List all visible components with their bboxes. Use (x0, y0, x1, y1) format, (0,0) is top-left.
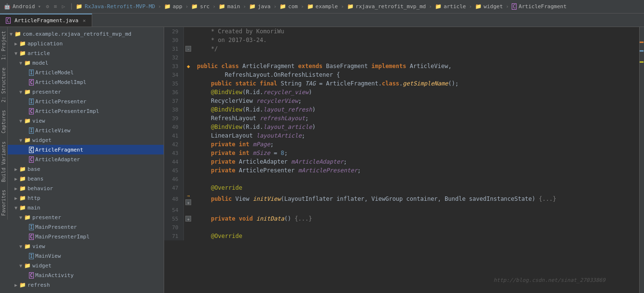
tree-label: ArticleModelImpl (35, 79, 86, 85)
fold-button[interactable]: + (185, 216, 191, 222)
tree-arrow: ▶ (14, 186, 19, 191)
line-gutter (183, 36, 193, 44)
tree-label: view (32, 118, 45, 124)
tree-item-articlepresenterimpl[interactable]: ▶ C ArticlePresenterImpl (8, 106, 164, 116)
tree-item-base[interactable]: ▶ 📁 base (8, 164, 164, 174)
tree-item-main-view[interactable]: ▼ 📁 view (8, 241, 164, 251)
tree-item-view-folder[interactable]: ▼ 📁 view (8, 116, 164, 126)
fold-button[interactable]: + (185, 199, 191, 205)
tree-item-mainview[interactable]: ▶ I MainView (8, 251, 164, 261)
tab-close-button[interactable]: ✕ (83, 18, 85, 23)
tree-item-mainactivity[interactable]: ▶ C MainActivity (8, 270, 164, 280)
side-tab-captures[interactable]: Captures (0, 106, 7, 137)
line-number: 48 (164, 192, 183, 206)
tree-label: article (28, 50, 50, 56)
tree-label: MainActivity (35, 272, 73, 279)
breadcrumb-src[interactable]: src (200, 3, 210, 10)
side-tab-project[interactable]: 1: Project (0, 27, 7, 64)
tree-item-articleview[interactable]: ▶ I ArticleView (8, 126, 164, 135)
tree-arrow: ▼ (19, 118, 24, 124)
code-indicator (640, 50, 644, 52)
tree-label: beans (28, 176, 43, 182)
breadcrumb-widget[interactable]: widget (484, 3, 503, 10)
tree-arrow: ▶ (14, 176, 19, 181)
tree-item-article[interactable]: ▼ 📁 article (8, 48, 164, 58)
line-gutter (183, 157, 193, 166)
line-code: * on 2017-03-24. (193, 36, 644, 44)
line-number: 34 (164, 70, 183, 79)
side-tab-favorites[interactable]: Favorites (0, 186, 7, 220)
line-gutter: ◆ (183, 62, 193, 70)
tree-item-articleadapter[interactable]: ▶ C ArticleAdapter (8, 154, 164, 164)
table-row: 71 @Override (164, 232, 644, 240)
tab-article-fragment[interactable]: C ArticleFragment.java ✕ (0, 14, 92, 27)
tree-item-beans[interactable]: ▶ 📁 beans (8, 174, 164, 183)
tree-item-main-widget[interactable]: ▼ 📁 widget (8, 261, 164, 270)
tree-item-http[interactable]: ▶ 📁 http (8, 193, 164, 203)
line-number: 46 (164, 175, 183, 183)
sidebar: 1: Project 2: Structure Captures Build V… (0, 27, 164, 293)
tree-arrow: ▶ (14, 195, 19, 201)
tree-item-presenter-folder[interactable]: ▼ 📁 presenter (8, 87, 164, 97)
line-gutter (183, 88, 193, 97)
line-code: public static final String TAG = Article… (193, 79, 644, 88)
line-code (193, 206, 644, 214)
tree-item-root[interactable]: ▼ 📁 com.example.rxjava_retrofit_mvp_md (8, 29, 164, 39)
tree-item-application[interactable]: ▶ 📁 application (8, 39, 164, 48)
table-row: 48 ⇒ + public View initView(LayoutInflat… (164, 192, 644, 206)
line-code: LinearLayout layoutArticle; (193, 131, 644, 140)
tree-item-main[interactable]: ▼ 📁 main (8, 203, 164, 212)
tree-arrow: ▶ (14, 41, 19, 46)
tree-item-main-presenter[interactable]: ▼ 📁 presenter (8, 212, 164, 222)
side-tabs: 1: Project 2: Structure Captures Build V… (0, 27, 8, 220)
breadcrumb-bar: 🤖 Android ▾ ⚙ ≡ ▷ │ 📁 RxJava-Retrofit-MV… (0, 0, 644, 14)
folder-icon: 📁 (24, 89, 31, 95)
line-code (193, 175, 644, 183)
breadcrumb-example[interactable]: example (316, 3, 338, 10)
tab-c-icon: C (6, 17, 11, 24)
breadcrumb-project[interactable]: RxJava-Retrofit-MVP-MD (84, 3, 155, 10)
fold-button[interactable]: - (185, 46, 191, 52)
tree-item-articlepresenter[interactable]: ▶ I ArticlePresenter (8, 97, 164, 106)
tree-item-mainpresenter[interactable]: ▶ I MainPresenter (8, 222, 164, 232)
side-tab-build[interactable]: Build Variants (0, 138, 7, 186)
tree-label: ArticlePresenterImpl (35, 108, 99, 114)
breadcrumb-article[interactable]: article (444, 3, 466, 10)
breadcrumb-class[interactable]: ArticleFragment (518, 3, 566, 10)
folder-icon: 📁 (24, 118, 31, 124)
bookmark-icon: ◆ (187, 63, 190, 70)
tree-item-mainpresenterimpl[interactable]: ▶ C MainPresenterImpl (8, 232, 164, 241)
folder-icon: 📁 (24, 263, 31, 269)
table-row: 37 RecyclerView recyclerView; (164, 97, 644, 105)
tree-label: presenter (32, 89, 61, 95)
table-row: 32 (164, 53, 644, 62)
table-row: 34 RefreshLayout.OnRefreshListener { (164, 70, 644, 79)
folder-icon: 📁 (14, 31, 21, 37)
tree-item-articlefragment[interactable]: ▶ C ArticleFragment (8, 145, 164, 154)
code-panel[interactable]: 29 * Created by KomoriWu 30 * on 2017-03… (164, 27, 644, 293)
class-icon: C (29, 147, 34, 153)
table-row: 44 private ArticleAdapter mArticleAdapte… (164, 157, 644, 166)
tree-content: ▼ 📁 com.example.rxjava_retrofit_mvp_md ▶… (8, 27, 164, 292)
class-icon: C (29, 79, 34, 85)
watermark: http://blog.csdn.net/sinat_27033869 (493, 277, 605, 283)
line-number: 39 (164, 114, 183, 123)
tree-item-articlemodel[interactable]: ▶ I ArticleModel (8, 68, 164, 77)
folder-icon: 📁 (19, 41, 26, 47)
tree-item-model[interactable]: ▼ 📁 model (8, 58, 164, 68)
breadcrumb-package[interactable]: rxjava_retrofit_mvp_md (356, 3, 426, 10)
line-gutter (183, 175, 193, 183)
tree-item-refresh[interactable]: ▶ 📁 refresh (8, 280, 164, 290)
tree-item-widget-folder[interactable]: ▼ 📁 widget (8, 135, 164, 145)
tree-label: MainPresenter (35, 224, 77, 230)
side-tab-structure[interactable]: 2: Structure (0, 64, 7, 106)
breadcrumb-com[interactable]: com (288, 3, 298, 10)
table-row: 46 (164, 175, 644, 183)
interface-icon: I (29, 253, 34, 259)
tree-item-behavior[interactable]: ▶ 📁 behavior (8, 183, 164, 193)
tree-item-articlemodelimpl[interactable]: ▶ C ArticleModelImpl (8, 77, 164, 87)
breadcrumb-app[interactable]: app (173, 3, 182, 10)
breadcrumb-java[interactable]: java (258, 3, 271, 10)
table-row: 30 * on 2017-03-24. (164, 36, 644, 44)
breadcrumb-main[interactable]: main (227, 3, 240, 10)
